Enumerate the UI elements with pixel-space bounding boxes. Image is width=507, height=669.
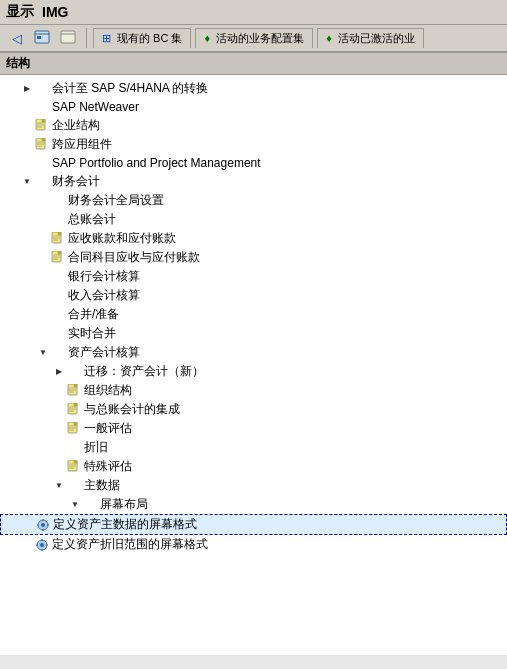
tree-row[interactable]: 企业结构 bbox=[0, 116, 507, 135]
tree-row[interactable]: 合并/准备 bbox=[0, 305, 507, 324]
tree-row[interactable]: ▼资产会计核算 bbox=[0, 343, 507, 362]
doc-icon bbox=[66, 459, 82, 475]
doc-icon bbox=[66, 402, 82, 418]
no-icon bbox=[34, 174, 50, 190]
title-text: IMG bbox=[42, 4, 68, 20]
tree-row[interactable]: 总账会计 bbox=[0, 210, 507, 229]
tree-row[interactable]: 特殊评估 bbox=[0, 457, 507, 476]
tab-existing-bc[interactable]: ⊞ 现有的 BC 集 bbox=[93, 28, 191, 48]
no-icon bbox=[50, 326, 66, 342]
expand-icon[interactable] bbox=[36, 270, 50, 284]
expand-icon[interactable] bbox=[20, 119, 34, 133]
tree-item-label: 总账会计 bbox=[68, 211, 116, 228]
tree-row[interactable]: ▼屏幕布局 bbox=[0, 495, 507, 514]
expand-icon[interactable] bbox=[52, 422, 66, 436]
tree-item-label: 资产会计核算 bbox=[68, 344, 140, 361]
toolbar-sep-1 bbox=[86, 28, 87, 48]
no-icon bbox=[34, 155, 50, 171]
expand-icon[interactable] bbox=[36, 289, 50, 303]
expand-icon[interactable] bbox=[52, 403, 66, 417]
no-icon bbox=[66, 478, 82, 494]
svg-rect-11 bbox=[42, 138, 45, 141]
svg-rect-26 bbox=[74, 384, 77, 387]
tree-item-label: 收入会计核算 bbox=[68, 287, 140, 304]
expand-icon[interactable] bbox=[36, 194, 50, 208]
svg-point-46 bbox=[41, 523, 45, 527]
doc-icon bbox=[66, 383, 82, 399]
tree-row[interactable]: 应收账款和应付账款 bbox=[0, 229, 507, 248]
tree-row[interactable]: 定义资产折旧范围的屏幕格式 bbox=[0, 535, 507, 554]
tree-container[interactable]: ▶会计至 SAP S/4HANA 的转换SAP NetWeaver 企业结构 跨… bbox=[0, 75, 507, 655]
tree-row[interactable]: 实时合并 bbox=[0, 324, 507, 343]
tree-item-label: 企业结构 bbox=[52, 117, 100, 134]
tree-row[interactable]: SAP Portfolio and Project Management bbox=[0, 154, 507, 172]
tree-row[interactable]: ▼财务会计 bbox=[0, 172, 507, 191]
tree-row[interactable]: 银行会计核算 bbox=[0, 267, 507, 286]
tree-item-label: 定义资产折旧范围的屏幕格式 bbox=[52, 536, 208, 553]
expand-icon[interactable]: ▼ bbox=[36, 346, 50, 360]
tree-row[interactable]: 收入会计核算 bbox=[0, 286, 507, 305]
no-icon bbox=[34, 81, 50, 97]
no-icon bbox=[50, 345, 66, 361]
expand-icon[interactable]: ▼ bbox=[20, 175, 34, 189]
nav-icon-2 bbox=[34, 29, 50, 47]
doc-icon bbox=[34, 137, 50, 153]
tree-item-label: 迁移：资产会计（新） bbox=[84, 363, 204, 380]
svg-rect-6 bbox=[42, 119, 45, 122]
no-icon bbox=[50, 288, 66, 304]
tree-row[interactable]: 合同科目应收与应付账款 bbox=[0, 248, 507, 267]
tree-row[interactable]: 定义资产主数据的屏幕格式 bbox=[0, 514, 507, 535]
expand-icon[interactable] bbox=[36, 308, 50, 322]
doc-icon bbox=[66, 421, 82, 437]
tab-active-activated-label: 活动已激活的业 bbox=[338, 32, 415, 44]
expand-icon[interactable] bbox=[52, 441, 66, 455]
expand-icon[interactable] bbox=[20, 100, 34, 114]
expand-icon[interactable]: ▼ bbox=[68, 498, 82, 512]
tree-row[interactable]: 组织结构 bbox=[0, 381, 507, 400]
no-icon bbox=[66, 364, 82, 380]
tree-row[interactable]: 与总账会计的集成 bbox=[0, 400, 507, 419]
expand-icon[interactable] bbox=[36, 213, 50, 227]
tree-row[interactable]: ▶会计至 SAP S/4HANA 的转换 bbox=[0, 79, 507, 98]
tree-row[interactable]: 折旧 bbox=[0, 438, 507, 457]
tree-item-label: 折旧 bbox=[84, 439, 108, 456]
tree-item-label: 合同科目应收与应付账款 bbox=[68, 249, 200, 266]
tree-row[interactable]: SAP NetWeaver bbox=[0, 98, 507, 116]
svg-rect-41 bbox=[74, 460, 77, 463]
expand-icon[interactable] bbox=[20, 538, 34, 552]
settings-icon bbox=[34, 537, 50, 553]
tree-item-label: 组织结构 bbox=[84, 382, 132, 399]
expand-icon[interactable]: ▶ bbox=[20, 82, 34, 96]
tree-item-label: 特殊评估 bbox=[84, 458, 132, 475]
tree-row[interactable]: 财务会计全局设置 bbox=[0, 191, 507, 210]
expand-icon[interactable] bbox=[52, 384, 66, 398]
no-icon bbox=[50, 212, 66, 228]
tree-row[interactable]: ▼主数据 bbox=[0, 476, 507, 495]
tree-row[interactable]: 一般评估 bbox=[0, 419, 507, 438]
tree-item-label: 合并/准备 bbox=[68, 306, 119, 323]
tree-item-label: 屏幕布局 bbox=[100, 496, 148, 513]
tree-row[interactable]: 跨应用组件 bbox=[0, 135, 507, 154]
expand-icon[interactable] bbox=[36, 327, 50, 341]
title-bar: 显示 IMG bbox=[0, 0, 507, 25]
expand-icon[interactable]: ▶ bbox=[52, 365, 66, 379]
tab-active-biz[interactable]: ♦ 活动的业务配置集 bbox=[195, 28, 313, 48]
expand-icon[interactable] bbox=[36, 232, 50, 246]
toolbar-nav-btn-3[interactable] bbox=[56, 27, 80, 49]
tab-active-biz-label: 活动的业务配置集 bbox=[216, 32, 304, 44]
expand-icon[interactable]: ▼ bbox=[52, 479, 66, 493]
toolbar-nav-btn-2[interactable] bbox=[30, 27, 54, 49]
tree-item-label: 主数据 bbox=[84, 477, 120, 494]
toolbar-nav-btn-1[interactable]: ◁ bbox=[6, 27, 28, 49]
no-icon bbox=[82, 497, 98, 513]
expand-icon[interactable] bbox=[20, 138, 34, 152]
tree-item-label: 跨应用组件 bbox=[52, 136, 112, 153]
expand-icon[interactable] bbox=[36, 251, 50, 265]
tree-item-label: 应收账款和应付账款 bbox=[68, 230, 176, 247]
expand-icon[interactable] bbox=[21, 518, 35, 532]
expand-icon[interactable] bbox=[20, 156, 34, 170]
tree-row[interactable]: ▶迁移：资产会计（新） bbox=[0, 362, 507, 381]
tree-item-label: SAP NetWeaver bbox=[52, 100, 139, 114]
tab-active-activated[interactable]: ♦ 活动已激活的业 bbox=[317, 28, 424, 48]
expand-icon[interactable] bbox=[52, 460, 66, 474]
